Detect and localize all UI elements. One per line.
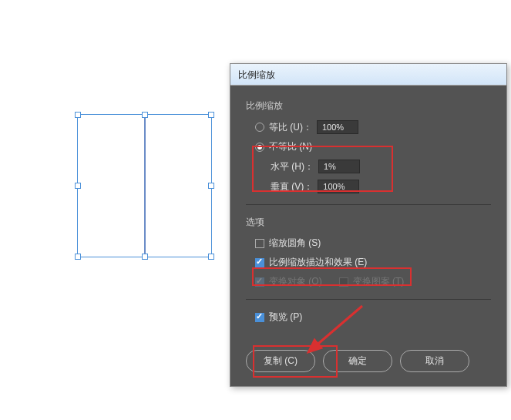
handle-top-left[interactable] (75, 112, 81, 118)
scale-corners-checkbox[interactable] (255, 239, 264, 248)
dialog-body: 比例缩放 等比 (U)： 不等比 (N) 水平 (H)： 垂直 (V)： 选项 … (230, 86, 506, 386)
transform-patterns-label: 变换图案 (T) (353, 275, 405, 288)
handle-mid-left[interactable] (75, 183, 81, 189)
scale-corners-label: 缩放圆角 (S) (269, 237, 321, 250)
copy-button[interactable]: 复制 (C) (246, 350, 315, 372)
transform-objects-row: 变换对象 (O) 变换图案 (T) (255, 275, 491, 288)
scale-strokes-label: 比例缩放描边和效果 (E) (269, 256, 367, 269)
dialog-titlebar[interactable]: 比例缩放 (230, 64, 506, 86)
transform-objects-checkbox (255, 277, 264, 287)
canvas-area (77, 114, 212, 257)
handle-bottom-mid[interactable] (142, 254, 148, 260)
scale-strokes-checkbox[interactable] (255, 258, 264, 267)
nonuniform-radio[interactable] (255, 143, 264, 152)
horizontal-label: 水平 (H)： (271, 160, 314, 173)
button-row: 复制 (C) 确定 取消 (246, 350, 491, 372)
ok-button[interactable]: 确定 (323, 350, 392, 372)
divider-1 (246, 204, 491, 205)
divider-2 (246, 299, 491, 300)
preview-label: 预览 (P) (269, 311, 302, 324)
vertical-label: 垂直 (V)： (271, 180, 313, 193)
handle-bottom-right[interactable] (208, 254, 214, 260)
preview-checkbox[interactable] (255, 313, 264, 322)
handle-mid-right[interactable] (208, 183, 214, 189)
uniform-row: 等比 (U)： (255, 120, 491, 134)
uniform-label: 等比 (U)： (269, 121, 312, 134)
scale-dialog: 比例缩放 比例缩放 等比 (U)： 不等比 (N) 水平 (H)： 垂直 (V)… (230, 63, 507, 387)
horizontal-row: 水平 (H)： (271, 160, 491, 173)
cancel-button[interactable]: 取消 (400, 350, 469, 372)
handle-top-right[interactable] (208, 112, 214, 118)
section-options-title: 选项 (246, 216, 491, 229)
vertical-path (144, 118, 146, 254)
uniform-radio[interactable] (255, 123, 264, 132)
transform-objects-label: 变换对象 (O) (269, 275, 322, 288)
scale-strokes-row: 比例缩放描边和效果 (E) (255, 256, 491, 269)
dialog-title: 比例缩放 (238, 69, 275, 80)
scale-corners-row: 缩放圆角 (S) (255, 237, 491, 250)
nonuniform-label: 不等比 (N) (269, 140, 312, 153)
vertical-input[interactable] (318, 180, 359, 193)
handle-top-mid[interactable] (142, 112, 148, 118)
horizontal-input[interactable] (318, 160, 360, 173)
vertical-row: 垂直 (V)： (271, 180, 491, 193)
handle-bottom-left[interactable] (75, 254, 81, 260)
selected-rectangle[interactable] (77, 114, 212, 257)
transform-patterns-checkbox (339, 277, 348, 287)
nonuniform-row: 不等比 (N) (255, 140, 491, 153)
preview-row: 预览 (P) (255, 311, 491, 324)
section-scale-title: 比例缩放 (246, 99, 491, 113)
uniform-input[interactable] (317, 120, 358, 134)
